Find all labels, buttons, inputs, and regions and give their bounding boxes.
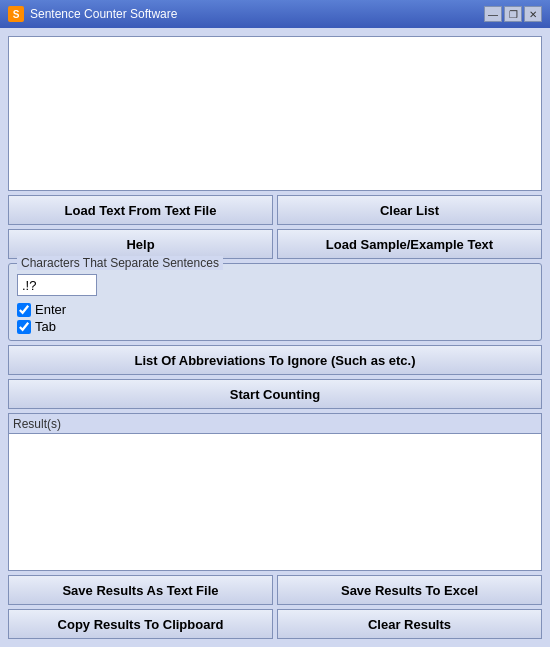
load-sample-button[interactable]: Load Sample/Example Text [277, 229, 542, 259]
help-button[interactable]: Help [8, 229, 273, 259]
clear-results-button[interactable]: Clear Results [277, 609, 542, 639]
results-label: Result(s) [13, 417, 61, 431]
save-results-text-button[interactable]: Save Results As Text File [8, 575, 273, 605]
clear-list-button[interactable]: Clear List [277, 195, 542, 225]
button-row-1: Load Text From Text File Clear List [8, 195, 542, 225]
text-input-area[interactable] [8, 36, 542, 191]
tab-label: Tab [35, 319, 56, 334]
results-area[interactable] [8, 433, 542, 571]
title-controls: — ❐ ✕ [484, 6, 542, 22]
start-counting-button[interactable]: Start Counting [8, 379, 542, 409]
results-section: Result(s) [8, 413, 542, 571]
button-row-copy-clear: Copy Results To Clipboard Clear Results [8, 609, 542, 639]
button-row-2: Help Load Sample/Example Text [8, 229, 542, 259]
abbreviations-button[interactable]: List Of Abbreviations To Ignore (Such as… [8, 345, 542, 375]
results-label-bar: Result(s) [8, 413, 542, 433]
close-button[interactable]: ✕ [524, 6, 542, 22]
title-bar: S Sentence Counter Software — ❐ ✕ [0, 0, 550, 28]
button-row-save: Save Results As Text File Save Results T… [8, 575, 542, 605]
app-icon: S [8, 6, 24, 22]
enter-checkbox[interactable] [17, 303, 31, 317]
window-title: Sentence Counter Software [30, 7, 177, 21]
separator-input[interactable] [17, 274, 97, 296]
title-bar-left: S Sentence Counter Software [8, 6, 177, 22]
main-content: Load Text From Text File Clear List Help… [0, 28, 550, 647]
load-text-button[interactable]: Load Text From Text File [8, 195, 273, 225]
restore-button[interactable]: ❐ [504, 6, 522, 22]
separator-group-label: Characters That Separate Sentences [17, 256, 223, 270]
minimize-button[interactable]: — [484, 6, 502, 22]
separator-group: Characters That Separate Sentences Enter… [8, 263, 542, 341]
tab-checkbox[interactable] [17, 320, 31, 334]
tab-checkbox-row: Tab [17, 319, 533, 334]
copy-results-button[interactable]: Copy Results To Clipboard [8, 609, 273, 639]
save-results-excel-button[interactable]: Save Results To Excel [277, 575, 542, 605]
text-input[interactable] [9, 37, 541, 190]
enter-label: Enter [35, 302, 66, 317]
enter-checkbox-row: Enter [17, 302, 533, 317]
